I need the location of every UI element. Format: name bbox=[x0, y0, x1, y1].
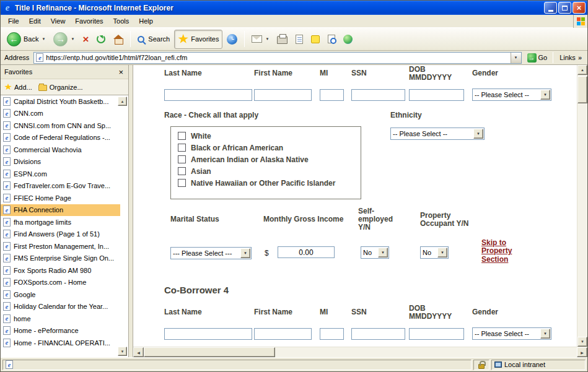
scroll-down-button[interactable]: ▼ bbox=[577, 337, 587, 347]
favorite-item[interactable]: e CNNSI.com from CNN and Sp... bbox=[1, 119, 120, 132]
favorite-item[interactable]: e CNN.com bbox=[1, 108, 120, 120]
horizontal-scrollbar-thumb[interactable] bbox=[144, 347, 275, 357]
forward-button[interactable]: → ▼ bbox=[50, 30, 78, 49]
favorite-item-label: First Preston Management, In... bbox=[14, 243, 109, 250]
mail-button[interactable]: ▼ bbox=[248, 30, 273, 49]
race-checkbox[interactable] bbox=[178, 132, 186, 140]
search-button[interactable]: Search bbox=[134, 30, 173, 49]
favorite-item[interactable]: e Home - FINANCIAL OPERATI... bbox=[1, 337, 120, 349]
edit-button[interactable] bbox=[292, 30, 307, 49]
scroll-right-button[interactable]: ▶ bbox=[577, 347, 587, 357]
forward-dropdown-icon[interactable]: ▼ bbox=[71, 37, 74, 41]
maximize-button[interactable] bbox=[558, 2, 571, 14]
race-checkbox[interactable] bbox=[178, 167, 186, 175]
discuss-button[interactable] bbox=[307, 30, 323, 49]
race-checkbox[interactable] bbox=[178, 179, 186, 187]
links-button[interactable]: Links » bbox=[556, 54, 586, 61]
skip-to-property-link[interactable]: Skip to Property Section bbox=[481, 239, 524, 264]
browser-window: e Title I Refinance - Microsoft Internet… bbox=[0, 0, 588, 372]
favorite-item[interactable]: e Divisions bbox=[1, 156, 120, 168]
organize-favorites-button[interactable]: Organize... bbox=[38, 84, 83, 91]
dob-input[interactable] bbox=[409, 89, 464, 101]
intranet-zone-icon bbox=[494, 361, 502, 368]
favorites-scroll-up-button[interactable]: ▲ bbox=[118, 97, 127, 106]
dob-input[interactable] bbox=[409, 328, 464, 340]
monthly-income-input[interactable] bbox=[278, 246, 335, 258]
favorite-item[interactable]: e FFIEC Home Page bbox=[1, 192, 120, 204]
home-icon bbox=[113, 35, 123, 44]
favorite-item[interactable]: e FOXSports.com - Home bbox=[1, 277, 120, 289]
vertical-scrollbar-track[interactable] bbox=[577, 103, 587, 337]
favorite-item[interactable]: e Capital District Youth Basketb... bbox=[1, 95, 120, 108]
menu-item-file[interactable]: File bbox=[3, 15, 24, 27]
favorites-scroll-down-button[interactable]: ▼ bbox=[118, 347, 127, 356]
horizontal-scrollbar-track[interactable] bbox=[275, 347, 577, 357]
race-checkbox[interactable] bbox=[178, 144, 186, 152]
vertical-scrollbar-thumb[interactable] bbox=[577, 76, 587, 103]
favorite-item[interactable]: e First Preston Management, In... bbox=[1, 240, 120, 253]
history-button[interactable] bbox=[223, 30, 241, 49]
back-dropdown-icon[interactable]: ▼ bbox=[42, 37, 45, 41]
refresh-button[interactable] bbox=[93, 30, 109, 49]
ssn-input[interactable] bbox=[351, 89, 405, 101]
add-favorite-button[interactable]: Add... bbox=[4, 84, 32, 91]
messenger-button[interactable] bbox=[340, 30, 356, 49]
mi-input[interactable] bbox=[320, 89, 344, 101]
favorite-item[interactable]: e Holiday Calendar for the Year... bbox=[1, 301, 120, 313]
ethnicity-select[interactable]: -- Please Select -- ▼ bbox=[390, 128, 485, 140]
favorite-item[interactable]: e FMS Enterprise Single Sign On... bbox=[1, 253, 120, 265]
back-button[interactable]: ← Back ▼ bbox=[3, 30, 49, 49]
close-button[interactable]: × bbox=[573, 2, 586, 14]
favorite-item[interactable]: e Google bbox=[1, 288, 120, 301]
minimize-button[interactable] bbox=[544, 2, 557, 14]
mi-input[interactable] bbox=[320, 328, 344, 340]
property-occupant-select[interactable]: No ▼ bbox=[420, 246, 449, 259]
go-button[interactable]: → Go bbox=[524, 53, 551, 63]
stop-button[interactable]: × bbox=[79, 30, 92, 49]
menu-item-edit[interactable]: Edit bbox=[24, 15, 46, 27]
scroll-left-button[interactable]: ◀ bbox=[133, 347, 144, 357]
favorite-item-label: FHA Connection bbox=[14, 206, 63, 214]
last-name-input[interactable] bbox=[164, 89, 252, 101]
favorite-item[interactable]: e Fox Sports Radio AM 980 bbox=[1, 264, 120, 277]
favorites-button[interactable]: Favorites bbox=[174, 30, 222, 49]
favorite-item[interactable]: e FedTraveler.com E-Gov Trave... bbox=[1, 180, 120, 192]
favorite-item[interactable]: e Code of Federal Regulations -... bbox=[1, 132, 120, 144]
race-checkbox[interactable] bbox=[178, 155, 186, 163]
mail-dropdown-icon[interactable]: ▼ bbox=[265, 37, 269, 41]
menu-item-help[interactable]: Help bbox=[134, 15, 158, 27]
favorite-item[interactable]: e Commercial Wachovia bbox=[1, 144, 120, 156]
print-button[interactable] bbox=[273, 30, 291, 49]
address-input[interactable]: e https://entp.hud.gov/title1/html/f72lo… bbox=[33, 52, 521, 64]
favorite-item[interactable]: e home bbox=[1, 313, 120, 325]
first-name-input[interactable] bbox=[254, 89, 312, 101]
favorite-item[interactable]: e ESPN.com bbox=[1, 168, 120, 180]
favorite-item[interactable]: e Home - ePeformance bbox=[1, 325, 120, 337]
scroll-up-button[interactable]: ▲ bbox=[577, 65, 587, 75]
menu-item-tools[interactable]: Tools bbox=[108, 15, 134, 27]
vertical-scrollbar[interactable]: ▲ ▼ bbox=[577, 65, 587, 347]
address-dropdown-icon[interactable]: ▼ bbox=[511, 53, 521, 63]
menu-item-favorites[interactable]: Favorites bbox=[70, 15, 108, 27]
marital-status-select[interactable]: --- Please Select --- ▼ bbox=[170, 247, 252, 259]
home-button[interactable] bbox=[110, 30, 127, 49]
favorite-item-label: FedTraveler.com E-Gov Trave... bbox=[14, 182, 110, 189]
panel-splitter[interactable] bbox=[129, 65, 133, 357]
search-label: Search bbox=[148, 35, 170, 43]
favorite-item[interactable]: e FHA Connection bbox=[1, 204, 120, 217]
race-option-row: Black or African American bbox=[178, 144, 361, 152]
self-employed-select[interactable]: No ▼ bbox=[361, 246, 389, 259]
first-name-input[interactable] bbox=[254, 328, 312, 340]
research-button[interactable] bbox=[324, 30, 339, 49]
ethnicity-label: Ethnicity bbox=[390, 111, 422, 119]
favorite-item[interactable]: e Find Answers (Page 1 of 51) bbox=[1, 228, 120, 241]
gender-select[interactable]: -- Please Select -- ▼ bbox=[472, 89, 551, 101]
ie-page-icon: e bbox=[3, 290, 11, 299]
ssn-input[interactable] bbox=[351, 328, 405, 340]
gender-select[interactable]: -- Please Select -- ▼ bbox=[472, 327, 551, 340]
last-name-input[interactable] bbox=[164, 328, 252, 340]
favorites-close-icon[interactable]: × bbox=[117, 68, 125, 76]
favorite-item[interactable]: e fha mortgage limits bbox=[1, 216, 120, 228]
horizontal-scrollbar[interactable]: ◀ ▶ bbox=[133, 347, 587, 357]
menu-item-view[interactable]: View bbox=[46, 15, 71, 27]
